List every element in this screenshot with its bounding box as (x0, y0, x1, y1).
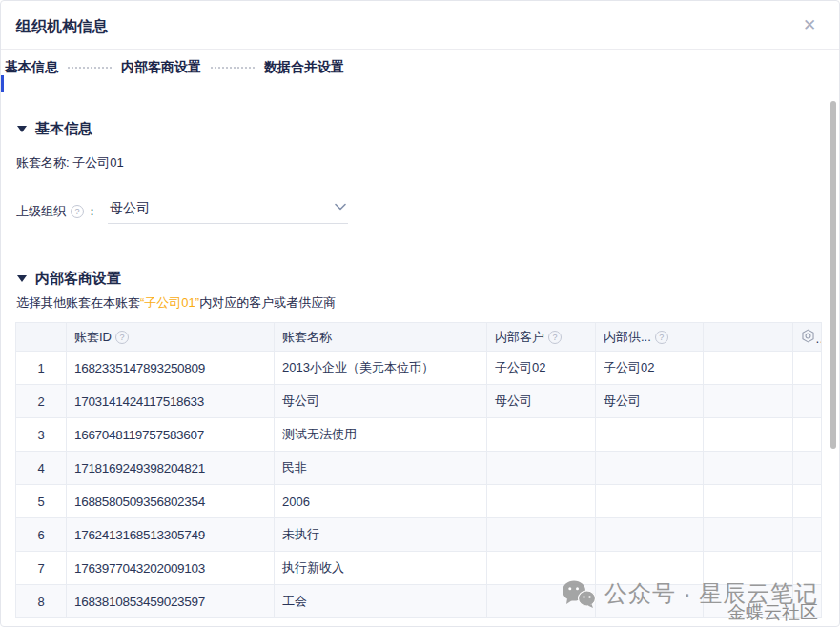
basic-info-section-header[interactable]: 基本信息 (17, 120, 825, 138)
col-header-internal-customer[interactable]: 内部客户? (487, 323, 596, 352)
cell-internal-supplier[interactable] (596, 552, 704, 585)
cell-filler (704, 552, 793, 585)
dialog-body: 基本信息 账套名称: 子公司01 上级组织 ? ： 母公司 内部客商设置 选择其… (1, 120, 839, 618)
parent-org-select[interactable]: 母公司 (108, 198, 348, 224)
cell-filler (704, 485, 793, 518)
cell-filler (793, 585, 822, 618)
col-header-rownum (16, 323, 67, 352)
cell-filler (793, 485, 822, 518)
cell-internal-customer[interactable] (487, 552, 596, 585)
col-header-label: 账套名称 (282, 329, 332, 346)
step-nav: 基本信息 内部客商设置 数据合并设置 (1, 50, 839, 85)
step-internal-partner[interactable]: 内部客商设置 (121, 59, 201, 76)
cell-account-id: 1683810853459023597 (67, 585, 275, 618)
partner-table: 账套ID? 账套名称 内部客户? 内部供...? (15, 322, 822, 618)
cell-account-name: 2006 (275, 485, 487, 518)
table-row[interactable]: 7 1763977043202009103 执行新收入 (16, 552, 822, 585)
internal-partner-section-header[interactable]: 内部客商设置 (17, 270, 825, 288)
help-icon[interactable]: ? (115, 331, 129, 344)
row-number: 3 (16, 418, 67, 452)
cell-internal-customer[interactable]: 子公司02 (487, 352, 596, 385)
col-header-internal-supplier[interactable]: 内部供...? (596, 323, 704, 352)
partner-caption: 选择其他账套在本账套“子公司01”内对应的客户或者供应商 (16, 294, 825, 312)
cell-filler (704, 518, 793, 552)
table-row[interactable]: 3 1667048119757583607 测试无法使用 (16, 418, 822, 452)
background-accent-sliver (1, 75, 4, 92)
col-settings[interactable] (793, 323, 822, 352)
help-icon[interactable]: ? (655, 331, 668, 344)
cell-internal-customer[interactable] (487, 485, 596, 518)
cell-internal-customer[interactable] (487, 418, 596, 452)
row-number: 4 (16, 452, 67, 485)
cell-internal-supplier[interactable] (596, 585, 704, 618)
cell-internal-supplier[interactable]: 母公司 (596, 385, 704, 418)
table-row[interactable]: 6 1762413168513305749 未执行 (16, 518, 822, 552)
step-separator (68, 67, 112, 69)
cell-internal-customer[interactable] (487, 585, 596, 618)
dialog-title: 组织机构信息 (16, 18, 108, 34)
table-header-row: 账套ID? 账套名称 内部客户? 内部供...? (16, 323, 822, 352)
cell-filler (704, 385, 793, 418)
table-row[interactable]: 5 1688580509356802354 2006 (16, 485, 822, 518)
parent-org-value: 母公司 (110, 200, 150, 215)
cell-internal-supplier[interactable] (596, 485, 704, 518)
gear-icon (801, 329, 815, 343)
col-header-account-name[interactable]: 账套名称 (275, 323, 487, 352)
cell-internal-customer[interactable] (487, 518, 596, 552)
cell-account-id: 1703141424117518633 (67, 385, 275, 418)
cell-filler (793, 385, 822, 418)
cell-account-id: 1682335147893250809 (67, 352, 275, 385)
cell-account-id: 1763977043202009103 (67, 552, 275, 585)
cell-internal-customer[interactable] (487, 452, 596, 485)
collapse-triangle-icon (17, 126, 27, 132)
cell-account-name: 工会 (275, 585, 487, 618)
table-row[interactable]: 8 1683810853459023597 工会 (16, 585, 822, 618)
col-header-filler (704, 323, 793, 352)
cell-internal-supplier[interactable]: 子公司02 (596, 352, 704, 385)
table-row[interactable]: 2 1703141424117518633 母公司 母公司 母公司 (16, 385, 822, 418)
account-name-label: 账套名称: (16, 155, 70, 170)
cell-account-name: 测试无法使用 (275, 418, 487, 452)
collapse-triangle-icon (17, 275, 27, 282)
row-number: 5 (16, 485, 67, 518)
step-basic-info[interactable]: 基本信息 (5, 59, 58, 76)
step-data-merge[interactable]: 数据合并设置 (264, 59, 344, 76)
col-header-account-id[interactable]: 账套ID? (67, 323, 275, 352)
col-header-label: 内部供... (604, 329, 651, 346)
cell-account-name: 执行新收入 (275, 552, 487, 585)
cell-filler (793, 352, 822, 385)
help-icon[interactable]: ? (548, 331, 562, 344)
col-header-label: 账套ID (74, 329, 112, 346)
close-icon[interactable]: ✕ (801, 17, 818, 34)
cell-filler (793, 552, 822, 585)
cell-internal-supplier[interactable] (596, 518, 704, 552)
chevron-down-icon (335, 203, 346, 211)
cell-internal-customer[interactable]: 母公司 (487, 385, 596, 418)
account-name-row: 账套名称: 子公司01 (16, 154, 825, 172)
row-number: 2 (16, 385, 67, 418)
cell-account-id: 1688580509356802354 (67, 485, 275, 518)
account-name-value: 子公司01 (72, 155, 123, 170)
cell-filler (704, 418, 793, 452)
cell-internal-supplier[interactable] (596, 452, 704, 485)
cell-account-id: 1667048119757583607 (67, 418, 275, 452)
vertical-scrollbar-thumb[interactable] (830, 101, 836, 449)
col-header-label: 内部客户 (495, 329, 544, 346)
basic-info-heading: 基本信息 (35, 120, 92, 138)
caption-suffix: 内对应的客户或者供应商 (199, 295, 336, 310)
cell-account-name: 母公司 (275, 385, 487, 418)
cell-internal-supplier[interactable] (596, 418, 704, 452)
caption-highlight: “子公司01” (140, 295, 199, 310)
dialog-header: 组织机构信息 ✕ (1, 1, 839, 50)
caption-prefix: 选择其他账套在本账套 (16, 295, 140, 310)
org-info-dialog: 组织机构信息 ✕ 基本信息 内部客商设置 数据合并设置 基本信息 账套名称: 子… (0, 0, 840, 627)
table-row[interactable]: 4 1718169249398204821 民非 (16, 452, 822, 485)
cell-filler (793, 418, 822, 452)
table-row[interactable]: 1 1682335147893250809 2013小企业（美元本位币） 子公司… (16, 352, 822, 385)
internal-partner-heading: 内部客商设置 (35, 270, 121, 288)
row-number: 6 (16, 518, 67, 552)
cell-account-id: 1718169249398204821 (67, 452, 275, 485)
row-number: 1 (16, 352, 67, 385)
cell-filler (793, 452, 822, 485)
help-icon[interactable]: ? (71, 205, 84, 218)
